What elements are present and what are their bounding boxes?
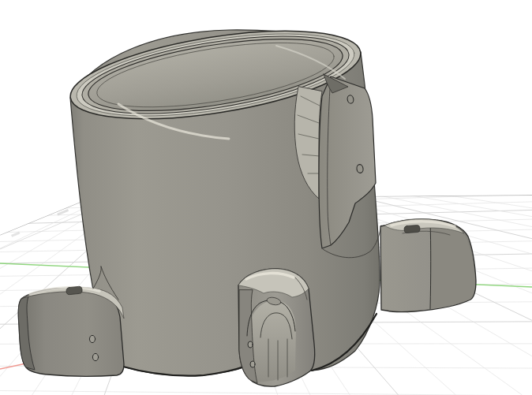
- foot-right-front-face: [430, 222, 475, 309]
- foot-left[interactable]: [18, 266, 124, 376]
- foot-center-hole-top[interactable]: [248, 341, 253, 348]
- foot-left-hole-top[interactable]: [89, 335, 95, 342]
- grid-line: [0, 391, 532, 395]
- foot-right-slot[interactable]: [404, 225, 421, 233]
- grid-label-smudge: [11, 232, 20, 237]
- foot-left-hole-bottom[interactable]: [92, 353, 98, 360]
- foot-right[interactable]: [380, 219, 476, 312]
- cad-viewport[interactable]: [0, 0, 532, 395]
- foot-center-hole-bottom[interactable]: [250, 361, 255, 367]
- foot-left-slot[interactable]: [66, 286, 83, 295]
- foot-center[interactable]: [238, 269, 315, 386]
- model-cylindrical-bracket[interactable]: [18, 14, 476, 386]
